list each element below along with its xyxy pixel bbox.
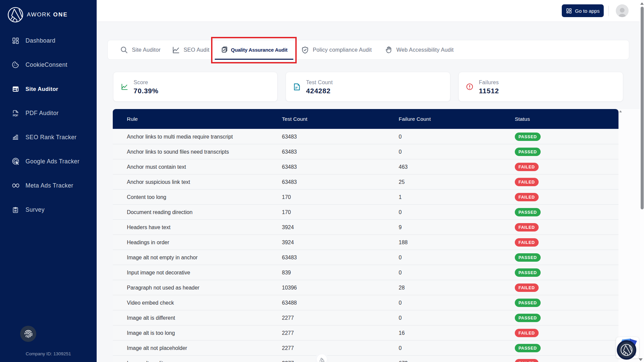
svg-text:PDF: PDF <box>13 113 18 117</box>
